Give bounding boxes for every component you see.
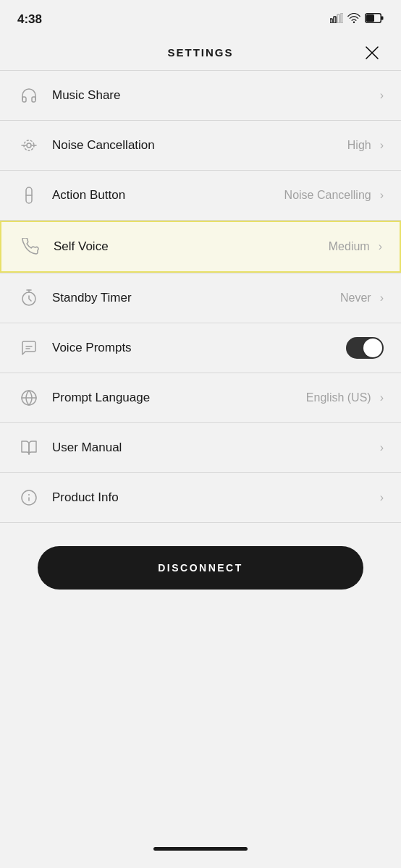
- noise-cancellation-content: Noise Cancellation High ›: [52, 138, 384, 153]
- prompt-language-label: Prompt Language: [52, 391, 150, 405]
- action-button-right: Noise Cancelling ›: [284, 189, 384, 202]
- product-info-label: Product Info: [52, 490, 119, 505]
- timer-icon: [17, 286, 41, 310]
- battery-icon: [365, 13, 384, 26]
- standby-timer-value: Never: [340, 292, 371, 305]
- waveform-icon: [17, 134, 41, 157]
- standby-timer-right: Never ›: [340, 292, 384, 305]
- settings-item-standby-timer[interactable]: Standby Timer Never ›: [0, 273, 401, 323]
- noise-cancellation-label: Noise Cancellation: [52, 138, 155, 153]
- phone-icon: [19, 235, 42, 258]
- self-voice-label: Self Voice: [54, 239, 109, 254]
- user-manual-right: ›: [380, 441, 384, 454]
- action-button-label: Action Button: [52, 188, 125, 203]
- chevron-icon: ›: [380, 391, 384, 404]
- status-icons: [330, 13, 384, 26]
- svg-rect-2: [337, 14, 339, 23]
- settings-item-action-button[interactable]: Action Button Noise Cancelling ›: [0, 171, 401, 220]
- music-share-content: Music Share ›: [52, 88, 384, 103]
- product-info-content: Product Info ›: [52, 490, 384, 505]
- status-bar: 4:38: [0, 0, 401, 35]
- self-voice-value: Medium: [329, 240, 370, 253]
- chevron-icon: ›: [380, 139, 384, 152]
- settings-item-self-voice[interactable]: Self Voice Medium ›: [0, 221, 401, 273]
- svg-point-4: [353, 22, 355, 23]
- svg-rect-6: [381, 17, 384, 20]
- disconnect-container: DISCONNECT: [0, 523, 401, 607]
- user-manual-content: User Manual ›: [52, 441, 384, 455]
- status-time: 4:38: [17, 12, 42, 27]
- svg-rect-3: [341, 13, 343, 23]
- home-indicator: [0, 838, 401, 856]
- svg-point-10: [27, 143, 31, 148]
- settings-item-noise-cancellation[interactable]: Noise Cancellation High ›: [0, 121, 401, 170]
- prompt-language-value: English (US): [306, 391, 371, 404]
- toggle-knob: [363, 339, 382, 357]
- settings-header: SETTINGS: [0, 35, 401, 70]
- voice-prompts-label: Voice Prompts: [52, 341, 132, 355]
- wifi-icon: [347, 13, 360, 26]
- music-share-right: ›: [380, 89, 384, 102]
- signal-icon: [330, 13, 343, 26]
- globe-icon: [17, 386, 41, 409]
- settings-item-user-manual[interactable]: User Manual ›: [0, 423, 401, 472]
- music-share-label: Music Share: [52, 88, 120, 103]
- prompt-language-right: English (US) ›: [306, 391, 384, 404]
- svg-rect-0: [330, 19, 332, 23]
- action-button-content: Action Button Noise Cancelling ›: [52, 188, 384, 203]
- svg-rect-1: [334, 17, 336, 23]
- standby-timer-content: Standby Timer Never ›: [52, 291, 384, 305]
- chevron-icon: ›: [380, 89, 384, 102]
- header-title: SETTINGS: [167, 46, 233, 59]
- chat-icon: [17, 336, 41, 359]
- capsule-icon: [17, 184, 41, 207]
- svg-rect-7: [366, 14, 374, 22]
- self-voice-right: Medium ›: [329, 240, 382, 253]
- settings-item-voice-prompts[interactable]: Voice Prompts: [0, 323, 401, 373]
- info-icon: [17, 486, 41, 509]
- prompt-language-content: Prompt Language English (US) ›: [52, 391, 384, 405]
- chevron-icon: ›: [380, 441, 384, 454]
- product-info-right: ›: [380, 491, 384, 504]
- voice-prompts-content: Voice Prompts: [52, 337, 384, 359]
- voice-prompts-right: [346, 337, 384, 359]
- noise-cancellation-value: High: [347, 139, 371, 152]
- chevron-icon: ›: [380, 292, 384, 305]
- settings-item-product-info[interactable]: Product Info ›: [0, 473, 401, 522]
- action-button-value: Noise Cancelling: [284, 189, 371, 202]
- settings-item-music-share[interactable]: Music Share ›: [0, 71, 401, 120]
- settings-item-prompt-language[interactable]: Prompt Language English (US) ›: [0, 373, 401, 422]
- manual-icon: [17, 436, 41, 459]
- self-voice-content: Self Voice Medium ›: [54, 239, 382, 254]
- chevron-icon: ›: [379, 240, 382, 253]
- headphones-icon: [17, 84, 41, 107]
- user-manual-label: User Manual: [52, 441, 122, 455]
- standby-timer-label: Standby Timer: [52, 291, 132, 305]
- home-bar: [153, 847, 248, 851]
- noise-cancellation-right: High ›: [347, 139, 384, 152]
- disconnect-button[interactable]: DISCONNECT: [38, 546, 363, 590]
- voice-prompts-toggle[interactable]: [346, 337, 384, 359]
- chevron-icon: ›: [380, 491, 384, 504]
- settings-list: Music Share › Noise Cancellation High ›: [0, 71, 401, 523]
- chevron-icon: ›: [380, 189, 384, 202]
- close-button[interactable]: [360, 41, 384, 64]
